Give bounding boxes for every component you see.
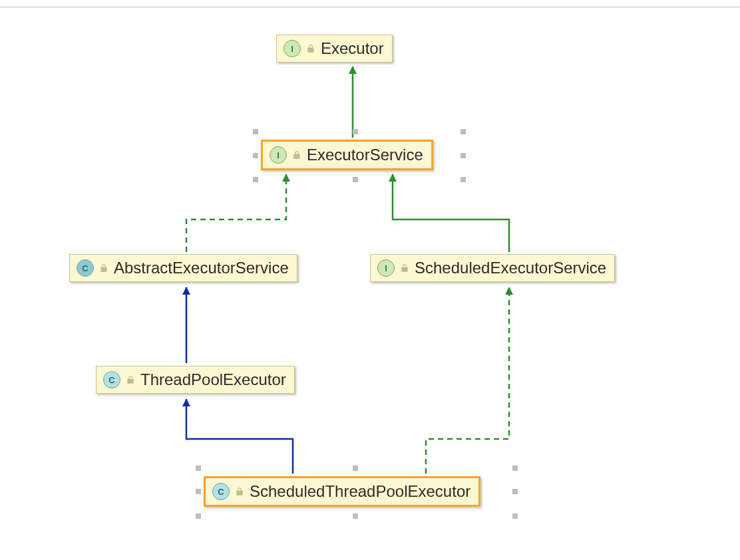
svg-rect-11 [196, 489, 201, 494]
svg-rect-0 [253, 129, 258, 134]
class-icon: C [103, 371, 120, 388]
edge-scheduledThreadPoolExecutor-to-threadPoolExecutor [186, 399, 293, 474]
svg-rect-8 [196, 466, 201, 471]
svg-rect-4 [461, 153, 466, 158]
svg-rect-6 [353, 177, 358, 182]
svg-rect-15 [512, 513, 518, 519]
class-icon: C [77, 259, 94, 277]
svg-rect-7 [461, 177, 466, 182]
node-label: ScheduledExecutorService [415, 259, 606, 277]
svg-rect-5 [253, 177, 258, 182]
node-label: AbstractExecutorService [114, 259, 289, 277]
interface-icon: I [283, 40, 301, 57]
class-icon: C [212, 483, 230, 500]
lock-icon [126, 375, 135, 384]
lock-icon [99, 263, 108, 273]
diagram-node-executor[interactable]: I Executor [276, 35, 393, 63]
node-label: ScheduledThreadPoolExecutor [250, 482, 470, 501]
svg-rect-13 [196, 513, 201, 519]
lock-icon [306, 44, 315, 53]
node-label: ThreadPoolExecutor [140, 370, 286, 389]
lock-icon [292, 150, 301, 160]
node-label: ExecutorService [307, 146, 423, 164]
diagram-node-executorService[interactable]: I ExecutorService [261, 140, 433, 170]
svg-rect-1 [353, 129, 358, 134]
lock-icon [235, 487, 244, 496]
edge-scheduledThreadPoolExecutor-to-scheduledExecutorService [426, 287, 509, 474]
page-top-divider [0, 7, 740, 7]
interface-icon: I [377, 259, 395, 277]
diagram-node-scheduledThreadPoolExecutor[interactable]: C ScheduledThreadPoolExecutor [204, 476, 480, 507]
diagram-node-abstractExecutorService[interactable]: C AbstractExecutorService [69, 254, 297, 282]
diagram-canvas[interactable]: { "diagram": { "nodes": { "executor": { … [0, 0, 740, 560]
svg-rect-9 [353, 466, 358, 471]
svg-rect-10 [512, 466, 518, 471]
svg-rect-2 [461, 129, 466, 134]
diagram-node-threadPoolExecutor[interactable]: C ThreadPoolExecutor [96, 366, 295, 394]
node-label: Executor [321, 39, 384, 58]
svg-rect-14 [353, 513, 358, 519]
svg-rect-3 [253, 153, 258, 158]
edge-abstractExecutorService-to-executorService [186, 174, 286, 252]
lock-icon [400, 263, 409, 273]
interface-icon: I [270, 146, 287, 164]
svg-rect-12 [512, 489, 518, 494]
diagram-node-scheduledExecutorService[interactable]: I ScheduledExecutorService [370, 254, 615, 282]
edge-scheduledExecutorService-to-executorService [393, 174, 509, 252]
